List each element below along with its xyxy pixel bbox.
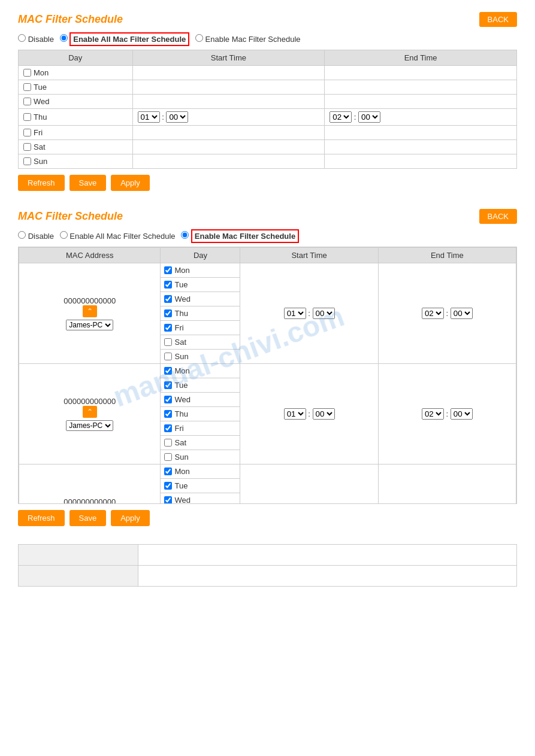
section1-refresh-button[interactable]: Refresh <box>18 175 65 191</box>
section2-radio-disable[interactable]: Disable <box>18 232 56 241</box>
section1-start-hour-select[interactable]: 0102030405060708091011121314151617181920… <box>138 111 160 123</box>
section2-col-end: End Time <box>378 248 516 263</box>
s2-check-0-sat[interactable] <box>164 338 172 346</box>
section2-col-day: Day <box>161 248 240 263</box>
section2-back-button[interactable]: BACK <box>479 209 517 224</box>
s2-check-1-wed[interactable] <box>164 396 172 403</box>
section1-day-cell: Wed <box>19 95 133 109</box>
section1-radio-enable-all[interactable]: Enable All Mac Filter Schedule <box>60 35 192 44</box>
section1-end-hour-select[interactable]: 0102030405060708091011121314151617181920… <box>330 111 352 123</box>
section2-start-time-1: 0102030405060708091011121314151617181920… <box>240 364 378 464</box>
section2-apply-button[interactable]: Apply <box>111 510 150 526</box>
section1-end-min-select[interactable]: 000510152025303540455055 <box>358 111 380 123</box>
section2-day-0-wed: Wed <box>161 292 240 306</box>
s2-check-0-fri[interactable] <box>164 324 172 332</box>
section1-day-check-wed[interactable] <box>23 98 31 105</box>
s2-start-min-1[interactable]: 000510152025303540455055 <box>313 408 335 420</box>
s2-start-min-0[interactable]: 000510152025303540455055 <box>313 308 335 319</box>
section2: MAC Filter Schedule BACK Disable Enable … <box>18 209 517 526</box>
s2-end-hour-0[interactable]: 0102030405060708091011121314151617181920… <box>422 308 444 319</box>
s2-end-hour-1[interactable]: 0102030405060708091011121314151617181920… <box>422 408 444 420</box>
s2-check-0-mon[interactable] <box>164 266 172 274</box>
section1-day-cell: Tue <box>19 80 133 95</box>
section2-mac-table: MAC Address Day Start Time End Time 0000… <box>19 247 516 504</box>
section1-day-cell: Thu <box>19 109 133 126</box>
bottom-cell-1-2 <box>138 566 517 587</box>
section1-day-check-fri[interactable] <box>23 129 31 136</box>
bottom-cell-1-1 <box>19 566 138 587</box>
section1-day-check-thu[interactable] <box>23 113 31 121</box>
section2-day-0-sat: Sat <box>161 335 240 350</box>
mac-up-button-0[interactable]: ⌃ <box>83 305 97 317</box>
section1-day-check-sun[interactable] <box>23 157 31 165</box>
section2-mac-cell-0: 000000000000 ⌃ James-PC <box>19 263 161 364</box>
section1-day-check-mon[interactable] <box>23 69 31 77</box>
section1-header: MAC Filter Schedule BACK <box>18 12 517 27</box>
section2-radio-enable-mac[interactable]: Enable Mac Filter Schedule <box>181 232 299 241</box>
section2-day-2-tue: Tue <box>161 479 240 493</box>
s2-check-0-sun[interactable] <box>164 353 172 360</box>
section2-scroll-panel[interactable]: MAC Address Day Start Time End Time 0000… <box>18 247 517 504</box>
s2-end-min-1[interactable]: 000510152025303540455055 <box>451 408 473 420</box>
section1-day-check-sat[interactable] <box>23 143 31 151</box>
s2-check-2-tue[interactable] <box>164 482 172 490</box>
section2-end-time-1: 0102030405060708091011121314151617181920… <box>378 364 516 464</box>
section2-day-1-tue: Tue <box>161 378 240 393</box>
section1-start-time: 0102030405060708091011121314151617181920… <box>132 109 325 126</box>
s2-check-1-sat[interactable] <box>164 439 172 447</box>
s2-check-0-tue[interactable] <box>164 281 172 289</box>
section2-day-1-thu: Thu <box>161 407 240 421</box>
section1-radio-group: Disable Enable All Mac Filter Schedule E… <box>18 34 517 44</box>
section2-day-2-wed: Wed <box>161 493 240 505</box>
section2-col-mac: MAC Address <box>19 248 161 263</box>
s2-start-hour-0[interactable]: 0102030405060708091011121314151617181920… <box>284 308 306 319</box>
section2-day-0-mon: Mon <box>161 263 240 278</box>
section1-title: MAC Filter Schedule <box>18 13 123 26</box>
section1-day-check-tue[interactable] <box>23 83 31 91</box>
section1-col-end: End Time <box>325 50 517 66</box>
mac-address-2: 000000000000 <box>23 497 156 504</box>
section2-save-button[interactable]: Save <box>69 510 107 526</box>
bottom-cell-0-1 <box>19 545 138 566</box>
s2-end-min-0[interactable]: 000510152025303540455055 <box>451 308 473 319</box>
s2-check-1-tue[interactable] <box>164 381 172 389</box>
mac-address-0: 000000000000 <box>23 296 156 305</box>
section2-radio-enable-all[interactable]: Enable All Mac Filter Schedule <box>60 232 178 241</box>
section1-end-time: 0102030405060708091011121314151617181920… <box>325 109 517 126</box>
section2-day-1-wed: Wed <box>161 393 240 407</box>
section1-col-day: Day <box>19 50 133 66</box>
s2-check-1-mon[interactable] <box>164 367 172 375</box>
section1-radio-disable[interactable]: Disable <box>18 35 56 44</box>
s2-check-2-wed[interactable] <box>164 496 172 504</box>
section1-save-button[interactable]: Save <box>69 175 107 191</box>
mac-up-button-1[interactable]: ⌃ <box>83 406 97 418</box>
section2-day-1-mon: Mon <box>161 364 240 378</box>
s2-check-1-sun[interactable] <box>164 453 172 461</box>
section2-day-0-thu: Thu <box>161 306 240 321</box>
section1-start-min-select[interactable]: 000510152025303540455055 <box>166 111 188 123</box>
section1-radio-enable-mac[interactable]: Enable Mac Filter Schedule <box>195 35 301 44</box>
s2-check-1-thu[interactable] <box>164 410 172 418</box>
section2-day-1-fri: Fri <box>161 421 240 436</box>
section2-mac-cell-1: 000000000000 ⌃ James-PC <box>19 364 161 464</box>
device-select-1[interactable]: James-PC <box>66 420 113 431</box>
s2-check-2-mon[interactable] <box>164 467 172 475</box>
section2-refresh-button[interactable]: Refresh <box>18 510 65 526</box>
s2-start-hour-1[interactable]: 0102030405060708091011121314151617181920… <box>284 408 306 420</box>
section2-col-start: Start Time <box>240 248 378 263</box>
bottom-cell-0-2 <box>138 545 517 566</box>
section1-back-button[interactable]: BACK <box>479 12 517 27</box>
s2-check-0-wed[interactable] <box>164 295 172 303</box>
s2-check-0-thu[interactable] <box>164 309 172 317</box>
section1: MAC Filter Schedule BACK Disable Enable … <box>18 12 517 191</box>
mac-address-1: 000000000000 <box>23 397 156 406</box>
section2-day-2-mon: Mon <box>161 464 240 479</box>
section2-start-time-2: 0102030405060708091011121314151617181920… <box>240 464 378 505</box>
s2-check-1-fri[interactable] <box>164 424 172 432</box>
section2-end-time-2: 0102030405060708091011121314151617181920… <box>378 464 516 505</box>
device-select-0[interactable]: James-PC <box>66 320 113 330</box>
section2-radio-group: Disable Enable All Mac Filter Schedule E… <box>18 231 517 241</box>
section1-col-start: Start Time <box>132 50 325 66</box>
section2-day-1-sat: Sat <box>161 436 240 450</box>
section1-apply-button[interactable]: Apply <box>111 175 150 191</box>
